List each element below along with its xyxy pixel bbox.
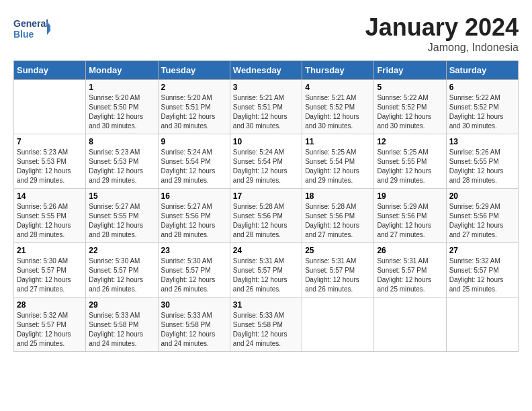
day-info: Sunrise: 5:24 AM Sunset: 5:54 PM Dayligh… — [161, 148, 227, 185]
day-number: 5 — [377, 83, 443, 92]
day-info: Sunrise: 5:31 AM Sunset: 5:57 PM Dayligh… — [377, 257, 443, 294]
calendar-cell: 13Sunrise: 5:26 AM Sunset: 5:55 PM Dayli… — [446, 134, 518, 189]
day-info: Sunrise: 5:30 AM Sunset: 5:57 PM Dayligh… — [17, 257, 83, 294]
logo: General Blue — [13, 13, 50, 44]
day-number: 20 — [449, 191, 515, 201]
calendar-cell: 8Sunrise: 5:23 AM Sunset: 5:53 PM Daylig… — [86, 134, 158, 189]
calendar-cell: 21Sunrise: 5:30 AM Sunset: 5:57 PM Dayli… — [14, 243, 86, 298]
weekday-header-friday: Friday — [374, 61, 446, 80]
weekday-header-tuesday: Tuesday — [158, 61, 230, 80]
day-info: Sunrise: 5:20 AM Sunset: 5:50 PM Dayligh… — [89, 93, 154, 131]
calendar-cell — [374, 298, 446, 352]
calendar-cell: 16Sunrise: 5:27 AM Sunset: 5:56 PM Dayli… — [158, 189, 230, 243]
calendar-week-row: 14Sunrise: 5:26 AM Sunset: 5:55 PM Dayli… — [14, 189, 519, 243]
day-number: 27 — [449, 246, 515, 255]
weekday-header-monday: Monday — [86, 61, 158, 80]
day-number: 17 — [233, 191, 299, 201]
svg-text:Blue: Blue — [13, 29, 34, 40]
day-number: 12 — [377, 137, 443, 146]
calendar-week-row: 7Sunrise: 5:23 AM Sunset: 5:53 PM Daylig… — [14, 134, 519, 189]
day-info: Sunrise: 5:23 AM Sunset: 5:53 PM Dayligh… — [17, 148, 83, 185]
calendar-table: SundayMondayTuesdayWednesdayThursdayFrid… — [13, 60, 519, 352]
day-number: 15 — [89, 191, 154, 201]
day-info: Sunrise: 5:28 AM Sunset: 5:56 PM Dayligh… — [305, 202, 371, 240]
day-info: Sunrise: 5:33 AM Sunset: 5:58 PM Dayligh… — [89, 311, 154, 349]
calendar-cell: 18Sunrise: 5:28 AM Sunset: 5:56 PM Dayli… — [302, 189, 374, 243]
month-year-title: January 2024 — [365, 13, 519, 42]
calendar-week-row: 1Sunrise: 5:20 AM Sunset: 5:50 PM Daylig… — [14, 80, 519, 134]
day-info: Sunrise: 5:28 AM Sunset: 5:56 PM Dayligh… — [233, 202, 299, 240]
day-number: 10 — [233, 137, 299, 146]
day-info: Sunrise: 5:32 AM Sunset: 5:57 PM Dayligh… — [449, 257, 515, 294]
calendar-cell: 2Sunrise: 5:20 AM Sunset: 5:51 PM Daylig… — [158, 80, 230, 134]
day-info: Sunrise: 5:31 AM Sunset: 5:57 PM Dayligh… — [305, 257, 371, 294]
calendar-cell: 26Sunrise: 5:31 AM Sunset: 5:57 PM Dayli… — [374, 243, 446, 298]
day-number: 19 — [377, 191, 443, 201]
calendar-cell: 9Sunrise: 5:24 AM Sunset: 5:54 PM Daylig… — [158, 134, 230, 189]
weekday-header-thursday: Thursday — [302, 61, 374, 80]
location-subtitle: Jamong, Indonesia — [365, 42, 519, 54]
day-number: 21 — [17, 246, 83, 255]
day-info: Sunrise: 5:26 AM Sunset: 5:55 PM Dayligh… — [17, 202, 83, 240]
calendar-cell: 22Sunrise: 5:30 AM Sunset: 5:57 PM Dayli… — [86, 243, 158, 298]
day-number: 18 — [305, 191, 371, 201]
calendar-cell: 1Sunrise: 5:20 AM Sunset: 5:50 PM Daylig… — [86, 80, 158, 134]
day-info: Sunrise: 5:27 AM Sunset: 5:56 PM Dayligh… — [161, 202, 227, 240]
calendar-cell — [14, 80, 86, 134]
calendar-cell: 23Sunrise: 5:30 AM Sunset: 5:57 PM Dayli… — [158, 243, 230, 298]
day-info: Sunrise: 5:26 AM Sunset: 5:55 PM Dayligh… — [449, 148, 515, 185]
calendar-cell: 12Sunrise: 5:25 AM Sunset: 5:55 PM Dayli… — [374, 134, 446, 189]
day-number: 30 — [161, 300, 227, 310]
weekday-header-row: SundayMondayTuesdayWednesdayThursdayFrid… — [14, 61, 519, 80]
calendar-cell: 20Sunrise: 5:29 AM Sunset: 5:56 PM Dayli… — [446, 189, 518, 243]
calendar-cell: 28Sunrise: 5:32 AM Sunset: 5:57 PM Dayli… — [14, 298, 86, 352]
calendar-cell — [446, 298, 518, 352]
calendar-cell: 31Sunrise: 5:33 AM Sunset: 5:58 PM Dayli… — [230, 298, 302, 352]
day-info: Sunrise: 5:32 AM Sunset: 5:57 PM Dayligh… — [17, 311, 83, 349]
svg-marker-2 — [47, 21, 50, 35]
day-info: Sunrise: 5:30 AM Sunset: 5:57 PM Dayligh… — [89, 257, 154, 294]
day-number: 1 — [89, 83, 154, 92]
day-info: Sunrise: 5:22 AM Sunset: 5:52 PM Dayligh… — [449, 93, 515, 131]
day-info: Sunrise: 5:24 AM Sunset: 5:54 PM Dayligh… — [233, 148, 299, 185]
calendar-cell: 30Sunrise: 5:33 AM Sunset: 5:58 PM Dayli… — [158, 298, 230, 352]
day-number: 8 — [89, 137, 154, 146]
day-number: 9 — [161, 137, 227, 146]
calendar-week-row: 28Sunrise: 5:32 AM Sunset: 5:57 PM Dayli… — [14, 298, 519, 352]
calendar-cell: 11Sunrise: 5:25 AM Sunset: 5:54 PM Dayli… — [302, 134, 374, 189]
day-info: Sunrise: 5:31 AM Sunset: 5:57 PM Dayligh… — [233, 257, 299, 294]
page-header: General Blue January 2024 Jamong, Indone… — [13, 13, 519, 54]
svg-text:General: General — [13, 18, 48, 29]
day-number: 7 — [17, 137, 83, 146]
day-number: 29 — [89, 300, 154, 310]
day-info: Sunrise: 5:27 AM Sunset: 5:55 PM Dayligh… — [89, 202, 154, 240]
calendar-cell: 24Sunrise: 5:31 AM Sunset: 5:57 PM Dayli… — [230, 243, 302, 298]
calendar-cell: 25Sunrise: 5:31 AM Sunset: 5:57 PM Dayli… — [302, 243, 374, 298]
calendar-cell: 10Sunrise: 5:24 AM Sunset: 5:54 PM Dayli… — [230, 134, 302, 189]
day-info: Sunrise: 5:33 AM Sunset: 5:58 PM Dayligh… — [161, 311, 227, 349]
weekday-header-sunday: Sunday — [14, 61, 86, 80]
calendar-cell: 17Sunrise: 5:28 AM Sunset: 5:56 PM Dayli… — [230, 189, 302, 243]
day-info: Sunrise: 5:25 AM Sunset: 5:54 PM Dayligh… — [305, 148, 371, 185]
calendar-cell: 19Sunrise: 5:29 AM Sunset: 5:56 PM Dayli… — [374, 189, 446, 243]
day-number: 25 — [305, 246, 371, 255]
day-number: 13 — [449, 137, 515, 146]
day-number: 26 — [377, 246, 443, 255]
calendar-cell: 29Sunrise: 5:33 AM Sunset: 5:58 PM Dayli… — [86, 298, 158, 352]
day-info: Sunrise: 5:21 AM Sunset: 5:51 PM Dayligh… — [233, 93, 299, 131]
day-info: Sunrise: 5:33 AM Sunset: 5:58 PM Dayligh… — [233, 311, 299, 349]
logo-svg: General Blue — [13, 13, 50, 44]
day-number: 31 — [233, 300, 299, 310]
day-info: Sunrise: 5:22 AM Sunset: 5:52 PM Dayligh… — [377, 93, 443, 131]
day-info: Sunrise: 5:23 AM Sunset: 5:53 PM Dayligh… — [89, 148, 154, 185]
day-number: 4 — [305, 83, 371, 92]
day-number: 11 — [305, 137, 371, 146]
calendar-cell: 3Sunrise: 5:21 AM Sunset: 5:51 PM Daylig… — [230, 80, 302, 134]
day-info: Sunrise: 5:21 AM Sunset: 5:52 PM Dayligh… — [305, 93, 371, 131]
day-number: 2 — [161, 83, 227, 92]
calendar-cell: 27Sunrise: 5:32 AM Sunset: 5:57 PM Dayli… — [446, 243, 518, 298]
day-info: Sunrise: 5:30 AM Sunset: 5:57 PM Dayligh… — [161, 257, 227, 294]
day-number: 24 — [233, 246, 299, 255]
calendar-cell: 15Sunrise: 5:27 AM Sunset: 5:55 PM Dayli… — [86, 189, 158, 243]
day-number: 6 — [449, 83, 515, 92]
